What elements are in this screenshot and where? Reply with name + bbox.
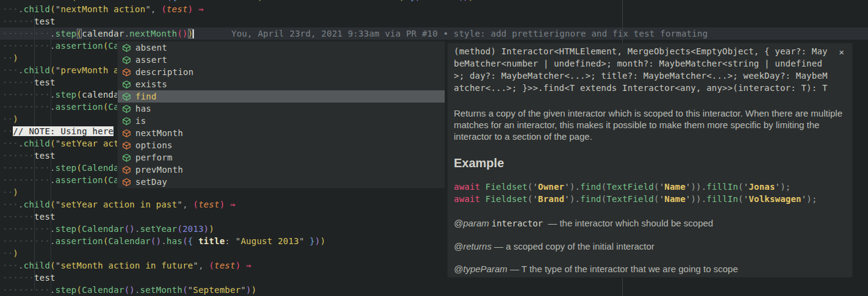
code-line[interactable]: ··) — [2, 247, 18, 259]
tag-param-code: interactor — [489, 218, 545, 228]
code-line[interactable]: ···.child("setYear act — [2, 137, 119, 150]
example-heading: Example — [454, 155, 844, 171]
docs-description: Returns a copy of the given interactor w… — [454, 107, 847, 142]
symbol-cube-icon — [122, 178, 131, 187]
symbol-cube-icon — [122, 104, 131, 114]
tag-description: — the interactor which should be scoped — [545, 218, 713, 228]
suggestion-item-assert[interactable]: assert — [118, 54, 445, 66]
symbol-cube-icon — [122, 153, 131, 162]
doc-tag-row: @paraminteractor — the interactor which … — [454, 217, 844, 229]
method-signature: (method) Interactor<HTMLElement, MergeOb… — [454, 45, 844, 94]
code-line[interactable]: ·········.assertion(Cale — [2, 40, 129, 52]
suggestion-label: setDay — [135, 176, 167, 188]
tag-description: — a scoped copy of the initial interacto… — [492, 241, 655, 251]
suggestion-label: perform — [135, 151, 173, 164]
suggestion-list: absent assert description exists — [118, 42, 445, 188]
code-line[interactable]: ···.child("setMonth action in future", (… — [2, 259, 251, 272]
suggestion-label: nextMonth — [135, 127, 183, 139]
code-line[interactable]: ······test — [2, 150, 56, 162]
docs-tags: @paraminteractor — the interactor which … — [454, 217, 844, 275]
code-line[interactable]: ··// NOTE: Using here — [2, 125, 113, 137]
suggestion-label: exists — [135, 78, 167, 90]
symbol-cube-icon — [122, 43, 131, 52]
suggestion-item-setDay[interactable]: setDay — [118, 176, 445, 188]
example-code-line: await Fieldset('Brand').find(TextField('… — [454, 193, 844, 205]
doc-tag-row: @typeParam — T the type of the interacto… — [454, 263, 844, 275]
suggestion-item-absent[interactable]: absent — [118, 42, 445, 54]
suggestion-item-find[interactable]: find — [118, 90, 445, 103]
suggestion-item-description[interactable]: description — [118, 66, 445, 78]
signature-line: atcher<...>; }>>.find<T extends Interact… — [454, 82, 844, 94]
suggestion-label: find — [135, 90, 157, 103]
tag-name: @returns — [454, 241, 492, 251]
signature-line: >; day?: MaybeMatcher<...>; title?: Mayb… — [454, 70, 844, 82]
code-line[interactable]: ·········.assertion(Cale — [2, 174, 129, 186]
suggestion-label: assert — [135, 54, 167, 66]
example-code: await Fieldset('Owner').find(TextField('… — [454, 181, 844, 205]
symbol-cube-icon — [122, 68, 131, 77]
suggestion-item-exists[interactable]: exists — [118, 78, 445, 90]
signature-line: beMatcher<number | undefined>; month?: M… — [454, 57, 844, 70]
symbol-cube-icon — [122, 80, 131, 89]
code-line[interactable]: ·········.assertion(Cale — [2, 101, 129, 113]
symbol-cube-icon — [122, 117, 131, 126]
suggestion-item-options[interactable]: options — [118, 139, 445, 151]
tag-name: @typeParam — [454, 264, 508, 274]
code-line[interactable]: ···.child("nextMonth action", (test) ⇒ — [2, 3, 204, 15]
suggestion-label: prevMonth — [135, 164, 183, 176]
suggestion-item-is[interactable]: is — [118, 115, 445, 127]
tag-name: @param — [454, 218, 489, 228]
suggestion-item-has[interactable]: has — [118, 103, 445, 115]
suggestion-item-perform[interactable]: perform — [118, 151, 445, 164]
symbol-cube-icon — [122, 92, 131, 101]
code-line[interactable]: ··) — [2, 113, 18, 125]
suggestion-label: absent — [135, 42, 167, 54]
close-icon[interactable]: × — [839, 48, 844, 57]
code-line[interactable]: ·········.step(calendar.nextMonth()) You… — [2, 27, 708, 40]
suggestion-label: options — [135, 139, 173, 151]
symbol-cube-icon — [122, 56, 131, 65]
tag-description: — T the type of the interactor that we a… — [508, 264, 738, 274]
symbol-cube-icon — [122, 129, 131, 138]
code-line[interactable]: ·········.step(Calendar( — [2, 162, 129, 174]
code-line[interactable]: ·········.step(calendar. — [2, 88, 129, 101]
code-line[interactable]: ······test — [2, 272, 56, 284]
code-line[interactable]: ···.child("prevMonth a — [2, 64, 119, 76]
suggestion-item-nextMonth[interactable]: nextMonth — [118, 127, 445, 139]
suggestion-item-prevMonth[interactable]: prevMonth — [118, 164, 445, 176]
example-code-line: await Fieldset('Owner').find(TextField('… — [454, 181, 844, 193]
doc-tag-row: @returns — a scoped copy of the initial … — [454, 240, 844, 252]
code-editor: ···.assertion(CalendarWithUtils({ date: … — [0, 0, 868, 296]
suggestion-label: is — [135, 115, 146, 127]
code-line[interactable]: ·········.step(Calendar().setYear(2013)) — [2, 223, 214, 235]
code-line[interactable]: ······test — [2, 211, 56, 223]
code-line[interactable]: ·········.step(Calendar().setMonth("Sept… — [2, 284, 257, 296]
code-line[interactable]: ·········.assertion(Calendar().has({ tit… — [2, 235, 326, 247]
code-line[interactable]: ···.child("setYear action in past", (tes… — [2, 198, 235, 211]
suggestion-label: description — [135, 66, 193, 78]
code-line[interactable]: ··) — [2, 52, 18, 64]
autocomplete-dropdown: absent assert description exists — [117, 41, 445, 189]
docs-popup: × (method) Interactor<HTMLElement, Merge… — [447, 43, 853, 278]
suggestion-label: has — [135, 103, 151, 115]
symbol-cube-icon — [122, 141, 131, 150]
code-line[interactable]: ······test — [2, 15, 56, 27]
code-line[interactable]: ··) — [2, 186, 18, 198]
signature-line: (method) Interactor<HTMLElement, MergeOb… — [454, 45, 844, 57]
code-line[interactable]: ······test — [2, 76, 56, 88]
symbol-cube-icon — [122, 165, 131, 175]
